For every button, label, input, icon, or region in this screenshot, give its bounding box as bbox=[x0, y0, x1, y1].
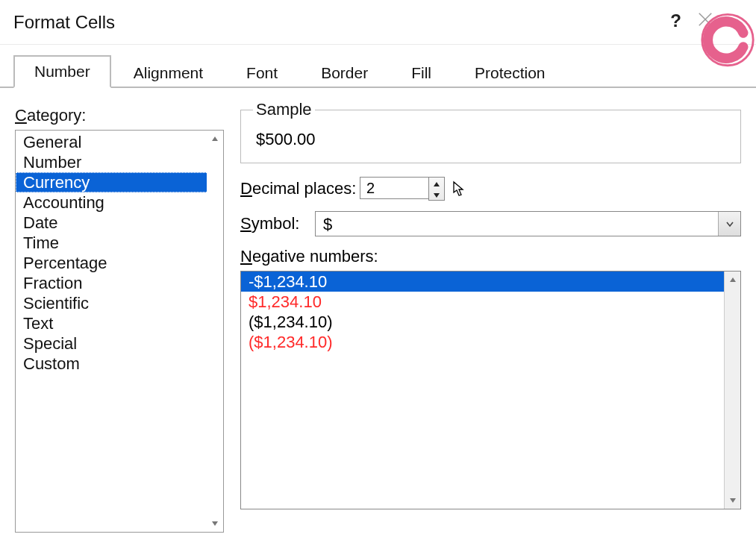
svg-marker-5 bbox=[212, 521, 218, 526]
decimal-places-stepper[interactable] bbox=[360, 177, 445, 201]
category-item-date[interactable]: Date bbox=[16, 213, 223, 233]
tab-number[interactable]: Number bbox=[13, 55, 111, 88]
svg-marker-9 bbox=[730, 498, 736, 503]
symbol-dropdown-button[interactable] bbox=[718, 212, 740, 236]
svg-marker-6 bbox=[434, 182, 440, 186]
help-button[interactable]: ? bbox=[670, 10, 681, 31]
cursor-icon bbox=[452, 181, 467, 197]
category-item-custom[interactable]: Custom bbox=[16, 354, 223, 374]
negative-numbers-listbox[interactable]: -$1,234.10 $1,234.10 ($1,234.10) ($1,234… bbox=[240, 271, 741, 509]
tab-fill[interactable]: Fill bbox=[390, 57, 452, 88]
negative-item-2[interactable]: ($1,234.10) bbox=[241, 312, 740, 332]
sample-group: Sample $500.00 bbox=[240, 100, 741, 163]
spinner-down-button[interactable] bbox=[429, 189, 444, 200]
decimal-row: Decimal places: bbox=[240, 177, 741, 201]
decimal-spinner[interactable] bbox=[428, 177, 445, 201]
category-item-accounting[interactable]: Accounting bbox=[16, 192, 223, 213]
category-item-currency[interactable]: Currency bbox=[16, 172, 223, 192]
tab-protection[interactable]: Protection bbox=[454, 57, 566, 88]
titlebar: Format Cells bbox=[0, 0, 756, 45]
category-section: Category: General Number Currency Accoun… bbox=[15, 100, 224, 533]
tab-font[interactable]: Font bbox=[225, 57, 299, 88]
triangle-up-icon bbox=[434, 178, 440, 189]
category-scrollbar[interactable] bbox=[207, 131, 223, 532]
negative-item-0[interactable]: -$1,234.10 bbox=[241, 272, 740, 292]
category-item-percentage[interactable]: Percentage bbox=[16, 253, 223, 273]
category-item-number[interactable]: Number bbox=[16, 152, 223, 172]
category-item-text[interactable]: Text bbox=[16, 313, 223, 333]
format-cells-dialog: Format Cells ? Number Alignment Font Bor… bbox=[0, 0, 756, 546]
dialog-title: Format Cells bbox=[13, 12, 115, 33]
category-listbox[interactable]: General Number Currency Accounting Date … bbox=[15, 130, 224, 533]
svg-marker-7 bbox=[434, 193, 440, 198]
category-item-general[interactable]: General bbox=[16, 132, 223, 152]
triangle-down-icon bbox=[434, 189, 440, 200]
chevron-down-icon bbox=[726, 217, 734, 230]
scroll-down-icon[interactable] bbox=[207, 515, 223, 532]
tab-border[interactable]: Border bbox=[300, 57, 389, 88]
category-item-fraction[interactable]: Fraction bbox=[16, 273, 223, 293]
decimal-places-input[interactable] bbox=[360, 177, 428, 199]
category-label: Category: bbox=[15, 106, 224, 125]
symbol-select[interactable]: $ bbox=[315, 211, 741, 236]
category-list: General Number Currency Accounting Date … bbox=[16, 131, 223, 375]
options-pane: Sample $500.00 Decimal places: bbox=[240, 100, 741, 533]
category-item-special[interactable]: Special bbox=[16, 333, 223, 354]
negative-scrollbar[interactable] bbox=[724, 272, 740, 509]
negative-numbers-label: Negative numbers: bbox=[240, 247, 741, 266]
scroll-up-icon[interactable] bbox=[725, 272, 741, 288]
symbol-value: $ bbox=[316, 212, 718, 236]
sample-legend: Sample bbox=[253, 100, 315, 119]
close-icon bbox=[697, 11, 713, 31]
negative-item-1[interactable]: $1,234.10 bbox=[241, 292, 740, 312]
scroll-down-icon[interactable] bbox=[725, 492, 741, 509]
category-item-scientific[interactable]: Scientific bbox=[16, 293, 223, 313]
spinner-up-button[interactable] bbox=[429, 178, 444, 189]
scroll-up-icon[interactable] bbox=[207, 131, 223, 147]
svg-marker-4 bbox=[212, 136, 218, 141]
dialog-body: Category: General Number Currency Accoun… bbox=[0, 88, 756, 533]
tab-alignment[interactable]: Alignment bbox=[113, 57, 224, 88]
sample-value: $500.00 bbox=[256, 130, 728, 149]
decimal-places-label: Decimal places: bbox=[240, 179, 360, 198]
negative-list: -$1,234.10 $1,234.10 ($1,234.10) ($1,234… bbox=[241, 272, 740, 352]
symbol-row: Symbol: $ bbox=[240, 211, 741, 236]
close-button[interactable] bbox=[690, 6, 720, 36]
symbol-label: Symbol: bbox=[240, 214, 315, 233]
category-item-time[interactable]: Time bbox=[16, 233, 223, 253]
negative-item-3[interactable]: ($1,234.10) bbox=[241, 332, 740, 352]
tabstrip: Number Alignment Font Border Fill Protec… bbox=[0, 55, 756, 88]
svg-marker-8 bbox=[730, 277, 736, 282]
